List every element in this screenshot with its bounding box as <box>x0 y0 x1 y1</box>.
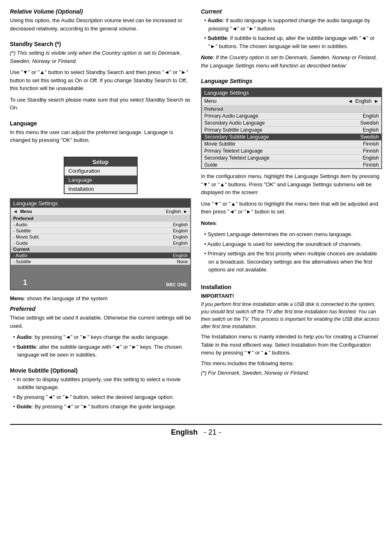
language-settings-section: Language Settings Language Settings Menu… <box>201 78 382 279</box>
primary-audio-label: Primary Audio Language <box>204 113 258 119</box>
secondary-teletext-label: Secondary Teletext Language <box>204 155 270 161</box>
secondary-audio-label: Secondary Audio Language <box>204 120 265 126</box>
lang-preview-subtitle: - Subtitle English <box>11 228 190 234</box>
secondary-subtitle-value: Swedish <box>360 134 379 140</box>
right-lang-header: Language Settings <box>202 88 381 97</box>
current-audio-label: - Audio <box>13 253 27 258</box>
right-menu-value: English <box>355 98 371 104</box>
setup-item-language: Language <box>65 176 137 185</box>
language-text: In this menu the user can adjust the pre… <box>10 128 191 144</box>
standby-search-para2: Use "▼" or "▲" button to select Standby … <box>10 68 191 93</box>
right-left-arrow: ◄ <box>348 98 353 104</box>
relative-volume-section: Relative Volume (Optional) Using this op… <box>10 8 191 36</box>
right-lang-secondary-audio: Secondary Audio Language Swedish <box>202 120 381 127</box>
lang-preview-audio: - Audio English <box>11 222 190 228</box>
guide-label: - Guide <box>13 241 28 246</box>
primary-subtitle-label: Primary Subtitle Language <box>204 127 262 133</box>
installation-para2: This menu includes the following items: <box>201 359 382 368</box>
current-audio: Audio: if audio language is supported ch… <box>204 16 382 32</box>
current-audio-value: English <box>173 253 188 258</box>
movie-subtitle-section: Movie Subtitle (Optional) In order to di… <box>10 367 191 414</box>
right-lang-primary-subtitle: Primary Subtitle Language English <box>202 127 381 134</box>
movie-label: - Movie Subt. <box>13 234 40 239</box>
current-subtitle-label: - Subtitle <box>13 259 31 264</box>
audio-value: English <box>173 222 188 227</box>
preferred-audio: Audio: by pressing "◄" or "►" keys chang… <box>13 333 191 341</box>
lang-preview-header: Language Settings <box>11 199 190 208</box>
lang-preview-movie: - Movie Subt. English <box>11 234 190 240</box>
preferred-audio-bold: Audio <box>16 334 32 340</box>
right-right-arrow: ► <box>374 98 379 104</box>
right-lang-primary-teletext: Primary Teletext Language Finnish <box>202 148 381 155</box>
note-label: Note: If the Country option is set to De… <box>201 54 377 69</box>
secondary-subtitle-label: Secondary Subtitle Language <box>204 134 269 140</box>
installation-para3: (*) For Denmark, Sweden, Norway or Finla… <box>201 369 382 377</box>
notes-section: Notes: System Language determines the on… <box>201 219 382 274</box>
standby-search-heading: Standby Search (*) <box>10 41 191 47</box>
current-list: Audio: if audio language is supported ch… <box>204 16 382 50</box>
audio-label: - Audio <box>13 222 27 227</box>
preferred-text: These settings will be used if available… <box>10 314 191 330</box>
guide-lang-label: Guide <box>204 162 217 168</box>
installation-heading: Installation <box>201 284 382 290</box>
menu-left-arrow: ◄ <box>13 209 18 214</box>
lang-current-subtitle: - Subtitle None <box>11 259 190 265</box>
use-para: Use "▼" or "▲" buttons to highlight the … <box>201 200 382 216</box>
movie-sub-item3: Guide: By pressing "◄" or "►" buttons ch… <box>13 403 191 411</box>
movie-subtitle-value: Finnish <box>363 141 379 147</box>
current-subtitle-bold: Subtitle <box>208 35 227 41</box>
notes-list: System Language determines the on-screen… <box>204 230 382 274</box>
movie-subtitle-heading: Movie Subtitle (Optional) <box>10 367 191 374</box>
right-lang-primary-audio: Primary Audio Language English <box>202 113 381 120</box>
current-note: Note: If the Country option is set to De… <box>201 53 382 70</box>
primary-audio-value: English <box>363 113 379 119</box>
right-lang-menu-row: Menu ◄ English ► <box>202 97 381 106</box>
right-lang-guide: Guide Finnish <box>202 162 381 168</box>
current-heading: Current <box>201 8 382 15</box>
lang-preview-guide: - Guide English <box>11 240 190 246</box>
guide-lang-value: Finnish <box>363 162 379 168</box>
relative-volume-text: Using this option, the Audio Description… <box>10 16 191 32</box>
setup-menu-box: Setup Configuration Language Installatio… <box>64 157 138 194</box>
right-lang-preferred: Preferred <box>202 106 381 113</box>
right-lang-movie-subtitle: Movie Subtitle Finnish <box>202 141 381 148</box>
menu-value-group: English ► <box>166 209 188 214</box>
movie-value: English <box>173 234 188 239</box>
preferred-section: Preferred These settings will be used if… <box>10 306 191 362</box>
right-lang-secondary-subtitle: Secondary Subtitle Language Swedish <box>202 134 381 141</box>
menu-label-inline: Menu <box>10 295 24 301</box>
installation-para1: The Installation menu is mainly intended… <box>201 333 382 357</box>
primary-subtitle-value: English <box>363 127 379 133</box>
current-subtitle: Subtitle: if subtitle is backed up, alte… <box>204 34 382 50</box>
secondary-teletext-value: English <box>363 155 379 161</box>
right-lang-secondary-teletext: Secondary Teletext Language English <box>202 155 381 162</box>
language-heading: Language <box>10 120 191 127</box>
lang-preview-current: Current <box>11 246 190 253</box>
note-3: Primary settings are the first priority … <box>204 250 382 274</box>
preferred-heading: Preferred <box>10 306 191 312</box>
movie-subtitle-list: In order to display subtitles properly, … <box>13 375 191 411</box>
guide-value: English <box>173 241 188 246</box>
footer-language: English <box>171 428 198 437</box>
notes-heading: Notes <box>201 220 216 226</box>
important-text: If you perform first time installation w… <box>201 301 382 330</box>
menu-label: Menu <box>20 209 32 214</box>
menu-desc: Menu: shows the language of the system <box>10 294 191 303</box>
guide-bold: Guide <box>16 403 32 410</box>
standby-search-section: Standby Search (*) (*) This setting is v… <box>10 41 191 115</box>
movie-subtitle-label: Movie Subtitle <box>204 141 235 147</box>
subtitle-value: English <box>173 228 188 233</box>
note-1: System Language determines the on-screen… <box>204 230 382 239</box>
note-2: Audio Language is used for selecting the… <box>204 240 382 248</box>
standby-search-para1: (*) This setting is visible only when th… <box>10 49 191 65</box>
subtitle-label: - Subtitle <box>13 228 31 233</box>
language-settings-heading: Language Settings <box>201 78 382 84</box>
primary-teletext-label: Primary Teletext Language <box>204 148 263 154</box>
relative-volume-heading: Relative Volume (Optional) <box>10 8 191 15</box>
lang-current-audio: - Audio English <box>11 253 190 259</box>
setup-title: Setup <box>65 158 137 167</box>
current-section: Current Audio: if audio language is supp… <box>201 8 382 73</box>
standby-search-para3: To use Standby search please make sure t… <box>10 96 191 112</box>
bbc-preview-area: 1 BBC ONE <box>11 265 190 290</box>
menu-value: English <box>166 209 181 214</box>
